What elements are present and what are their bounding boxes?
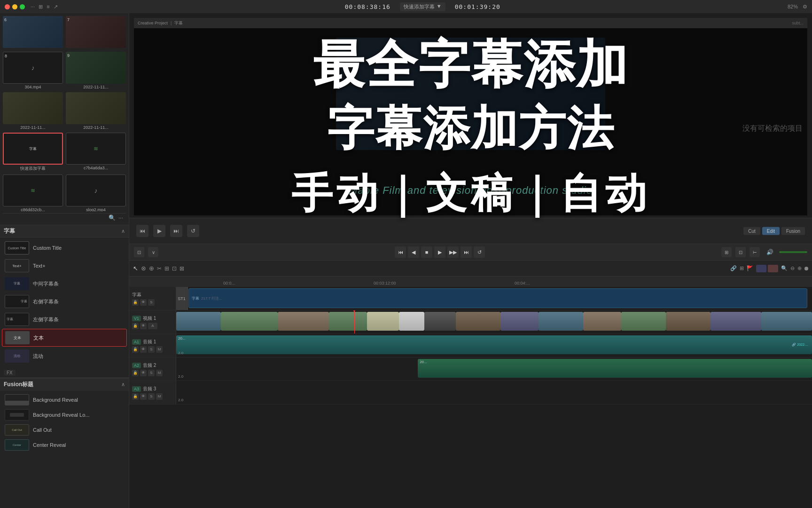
caption-item-middle[interactable]: 字幕 中间字幕条 (2, 275, 127, 292)
select-tool[interactable]: ↖ (133, 265, 138, 272)
list-icon[interactable]: ≡ (47, 4, 49, 10)
dynamic-trim[interactable]: ⊡ (172, 265, 177, 272)
video-clip[interactable] (424, 312, 456, 331)
lock-btn[interactable]: 🔒 (132, 346, 139, 353)
caption-item-custom[interactable]: Custom Title Custom Title (2, 239, 127, 256)
minimize-button[interactable] (12, 4, 17, 9)
video-clip[interactable] (621, 312, 666, 331)
video-clip[interactable] (278, 312, 328, 331)
prev-frame-btn[interactable]: ⏮ (136, 225, 148, 237)
grid-icon[interactable]: ⊞ (39, 4, 43, 10)
close-button[interactable] (5, 4, 10, 9)
settings-icon[interactable]: ⚙ (803, 4, 807, 10)
fusion-item-bg-reveal[interactable]: Background Reveal (2, 393, 127, 407)
resize-btn[interactable]: ⊡ (134, 247, 144, 257)
video-clip[interactable] (176, 312, 221, 331)
eye-btn[interactable]: 👁 (140, 299, 147, 306)
caption-item-basic[interactable]: 文本 文本 (2, 329, 127, 347)
color-btn-blue[interactable] (756, 265, 766, 272)
eye-btn[interactable]: 👁 (140, 323, 147, 329)
flag-btn[interactable]: 🚩 (747, 265, 753, 271)
stop-btn[interactable]: ■ (421, 246, 432, 258)
search-icon[interactable]: 🔍 (781, 265, 788, 271)
prev-btn[interactable]: ◀ (408, 246, 419, 258)
razor-tool[interactable]: ⊗ (141, 265, 146, 272)
fusion-item-call-out[interactable]: Call Out Call Out (2, 423, 127, 437)
color-btn-red[interactable] (768, 265, 778, 272)
quick-caption-menu[interactable]: 快速添加字幕 ▼ (400, 2, 445, 11)
list-item[interactable]: 字幕 快速添加字幕 (3, 133, 63, 172)
video-clip[interactable] (710, 312, 761, 331)
chevron-up-icon[interactable]: ∧ (121, 228, 125, 234)
zoom-plus-icon[interactable]: ⊕ (797, 265, 802, 271)
s-btn[interactable]: S (148, 393, 155, 400)
maximize-button[interactable] (20, 4, 25, 9)
video-clip[interactable] (539, 312, 583, 331)
list-item[interactable]: 2022-11-11... (66, 92, 126, 130)
full-btn[interactable]: ⊞ (721, 247, 732, 257)
m-btn[interactable]: M (156, 346, 163, 353)
tab-fusion[interactable]: Fusion (781, 227, 805, 235)
slip-tool[interactable]: ⊞ (164, 265, 169, 272)
m-btn[interactable]: M (156, 370, 163, 376)
fusion-item-bg-reveal-lo[interactable]: Background Reveal Lo... (2, 408, 127, 422)
end-btn[interactable]: ⊢ (750, 247, 760, 257)
video-clip[interactable] (456, 312, 500, 331)
mute-btn[interactable]: S (148, 299, 155, 306)
video-clip[interactable] (329, 312, 367, 331)
list-item[interactable]: ≋ c7b4a6da3... (66, 133, 126, 172)
list-item[interactable]: 7 (66, 16, 126, 49)
lock-btn[interactable]: 🔒 (132, 323, 139, 329)
subtitle-clip[interactable]: 字幕 217:7 行注... (188, 288, 807, 308)
play-btn[interactable]: ▶ (434, 246, 445, 258)
chevron-up-icon[interactable]: ∧ (121, 381, 125, 388)
list-item[interactable]: ♪ slog2.mp4 (66, 175, 126, 211)
video-clip[interactable] (761, 312, 812, 331)
loop-btn[interactable]: ↺ (187, 225, 199, 237)
s-btn[interactable]: S (148, 370, 155, 376)
speaker-icon[interactable]: 🔊 (766, 249, 773, 255)
next-btn[interactable]: ▶▶ (447, 246, 459, 258)
list-item[interactable]: 2022-11-11... (3, 92, 63, 130)
zoom-tool[interactable]: ⊕ (149, 265, 154, 272)
eye-btn[interactable]: 👁 (140, 370, 147, 376)
fusion-item-center-reveal[interactable]: Center Center Reveal (2, 438, 127, 452)
list-item[interactable]: ≋ c86dd32cb... (3, 175, 63, 211)
video-clip[interactable] (367, 312, 399, 331)
caption-item-right[interactable]: 字幕 右侧字幕条 (2, 293, 127, 310)
zoom-btn[interactable]: ⊡ (735, 247, 746, 257)
eye-btn[interactable]: 👁 (140, 393, 147, 400)
eye-btn[interactable]: 👁 (140, 346, 147, 353)
lock-btn[interactable]: 🔒 (132, 299, 139, 306)
lock-btn[interactable]: 🔒 (132, 370, 139, 376)
video-clip[interactable] (221, 312, 278, 331)
video-clip[interactable] (500, 312, 539, 331)
caption-item-textplus[interactable]: Text+ Text+ (2, 257, 127, 274)
next-frame-btn[interactable]: ⏭ (170, 225, 182, 237)
loop-btn[interactable]: ↺ (474, 246, 485, 258)
list-item[interactable]: ♪ 8 304.mp4 (3, 52, 63, 89)
snap-btn[interactable]: ⊞ (740, 265, 744, 271)
audio-clip[interactable]: 20... 🔗 2022-... (176, 335, 812, 354)
caption-item-flow[interactable]: 流动 流动 (2, 348, 127, 365)
search-icon[interactable]: 🔍 (109, 214, 116, 221)
s-btn[interactable]: S (148, 346, 155, 353)
zoom-minus-icon[interactable]: ⊖ (790, 265, 795, 271)
m-btn[interactable]: M (156, 393, 163, 400)
zoom-handle[interactable] (804, 267, 808, 270)
lock-btn[interactable]: 🔒 (132, 393, 139, 400)
more-icon[interactable]: ··· (118, 214, 123, 221)
play-btn[interactable]: ▶ (153, 225, 165, 237)
tab-cut[interactable]: Cut (743, 227, 760, 235)
tab-edit[interactable]: Edit (762, 227, 780, 235)
video-clip[interactable] (583, 312, 621, 331)
link-btn[interactable]: 🔗 (730, 265, 737, 271)
go-start-btn[interactable]: ⏮ (395, 246, 406, 258)
hand-tool[interactable]: ✂ (157, 265, 162, 272)
caption-item-left[interactable]: 字幕 左侧字幕条 (2, 311, 127, 328)
auto-btn[interactable]: A (148, 323, 157, 329)
insert-tool[interactable]: ⊠ (180, 265, 184, 272)
audio-clip[interactable]: 20... (418, 359, 812, 378)
go-end-btn[interactable]: ⏭ (461, 246, 472, 258)
menu-icon[interactable]: ··· (31, 4, 35, 10)
